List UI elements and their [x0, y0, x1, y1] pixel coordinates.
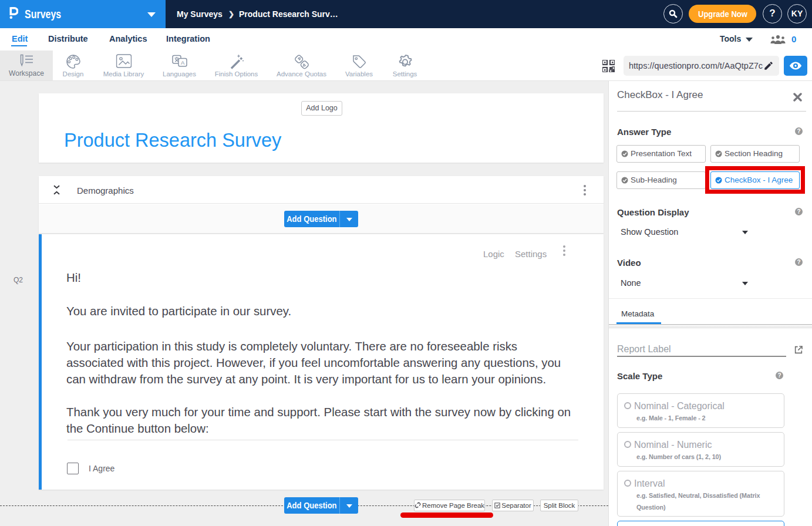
svg-text:A: A — [181, 59, 185, 66]
